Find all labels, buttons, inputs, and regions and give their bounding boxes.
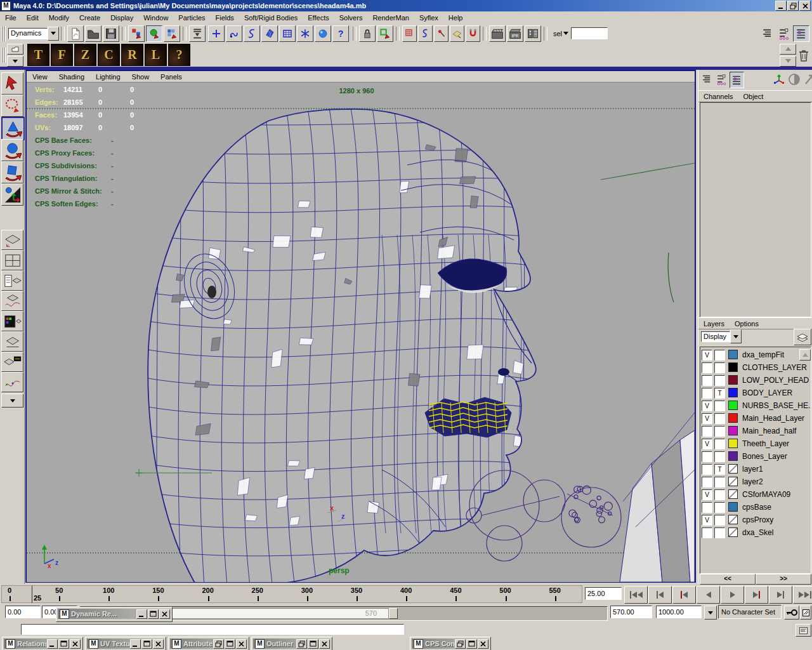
viewport-canvas[interactable]: xzxz Verts:1421100Edges:2816500Faces:139… xyxy=(27,83,695,582)
close-button[interactable] xyxy=(319,639,330,649)
close-button[interactable] xyxy=(799,1,811,11)
panel-menu-show[interactable]: Show xyxy=(126,72,155,81)
layer-visibility-toggle[interactable]: V xyxy=(702,350,712,361)
layer-template-toggle[interactable] xyxy=(714,502,725,513)
rotate-tool-button[interactable] xyxy=(1,139,23,161)
move-tool[interactable] xyxy=(4,119,22,138)
scale-tool-button[interactable] xyxy=(1,161,23,183)
ipr-render-icon[interactable]: IPR xyxy=(509,27,521,40)
layer-visibility-toggle[interactable]: V xyxy=(702,439,712,449)
layer-bar-scroll-forward[interactable]: >> xyxy=(756,574,811,585)
panel-menu-panels[interactable]: Panels xyxy=(155,72,188,81)
select-tool-button[interactable] xyxy=(1,72,23,95)
snap-curve-icon[interactable] xyxy=(420,28,431,39)
minimized-window-attribute-edi[interactable]: MAttribute Edi... xyxy=(168,637,249,650)
parm-points-mask-icon[interactable] xyxy=(228,28,240,39)
minimized-window-relationshi[interactable]: MRelationshi... xyxy=(2,637,83,650)
layer-template-toggle[interactable] xyxy=(714,477,725,488)
layer-row-body-layer[interactable]: TBODY_LAYER xyxy=(700,387,811,399)
minimized-window-cps-control[interactable]: MCPS Control xyxy=(410,637,491,650)
shelf-grip[interactable] xyxy=(1,48,6,63)
layer-template-toggle[interactable] xyxy=(714,362,725,373)
current-frame-indicator[interactable] xyxy=(32,586,32,603)
show-manipulator-tool-button[interactable] xyxy=(1,183,23,206)
hypershade-persp-layout-button[interactable] xyxy=(1,311,23,331)
restore-button[interactable] xyxy=(213,639,224,649)
maximize-button[interactable] xyxy=(225,639,235,649)
layer-row-cpsbase[interactable]: cpsBase xyxy=(700,501,811,514)
misc-mask-icon[interactable]: ? xyxy=(335,28,346,39)
select-objects-button[interactable] xyxy=(146,25,162,42)
minimize-button[interactable] xyxy=(775,1,787,11)
layer-visibility-toggle[interactable] xyxy=(702,362,712,373)
window-titlebar[interactable]: MAttribute Edi... xyxy=(170,639,247,649)
points-mask-button[interactable] xyxy=(208,25,225,42)
channel-box-menu-channels[interactable]: Channels xyxy=(698,91,738,102)
layer-color-swatch[interactable] xyxy=(728,401,738,410)
layer-row-main-head-layer[interactable]: VMain_Head_Layer xyxy=(700,412,811,425)
go-to-range-end-button[interactable] xyxy=(793,586,812,604)
window-titlebar[interactable]: MUV Texture ... xyxy=(87,639,164,649)
save-scene-button[interactable] xyxy=(103,25,119,42)
snap-point-icon[interactable] xyxy=(436,28,447,39)
rendering-mask-icon[interactable] xyxy=(317,28,329,39)
menu-effects[interactable]: Effects xyxy=(303,13,334,23)
shelf-tab-r[interactable]: R xyxy=(121,44,143,66)
show-manipulator-tool[interactable] xyxy=(3,185,22,204)
rendering-mask-button[interactable] xyxy=(315,25,331,42)
graph-layout-button[interactable] xyxy=(1,372,23,392)
menu-particles[interactable]: Particles xyxy=(173,13,210,23)
points-mask-icon[interactable] xyxy=(211,28,222,39)
highlight-selection-icon[interactable] xyxy=(379,27,391,40)
maximize-button[interactable] xyxy=(466,639,477,649)
menu-modify[interactable]: Modify xyxy=(44,13,74,23)
attribute-editor-toggle-icon[interactable] xyxy=(761,27,774,40)
single-pane-layout-button[interactable] xyxy=(1,230,23,250)
outliner-persp-layout-button[interactable] xyxy=(1,270,23,291)
animation-start-field[interactable] xyxy=(5,606,41,618)
show-channel-box-button[interactable] xyxy=(730,72,744,88)
layer-template-toggle[interactable] xyxy=(714,426,725,437)
channel-box-menu-object[interactable]: Object xyxy=(738,91,768,102)
lasso-tool[interactable] xyxy=(3,96,22,115)
layer-editor-menu-layers[interactable]: Layers xyxy=(698,319,730,329)
layer-editor-menu-options[interactable]: Options xyxy=(730,319,764,329)
quick-select-input[interactable] xyxy=(571,27,608,39)
layer-list[interactable]: Vdxa_tempFitCLOTHES_LAYERLOW_POLY_HEADTB… xyxy=(700,347,811,574)
ipr-render-button[interactable]: IPR xyxy=(507,25,523,42)
layer-color-swatch[interactable] xyxy=(728,388,738,397)
snap-curve-button[interactable] xyxy=(418,25,433,42)
snap-grid-button[interactable] xyxy=(402,25,417,42)
combined-mask-button[interactable] xyxy=(189,25,206,42)
character-set-dropdown-button[interactable] xyxy=(704,606,717,620)
lock-selection-button[interactable] xyxy=(359,25,376,42)
layer-template-toggle[interactable] xyxy=(714,451,725,462)
menu-syflex[interactable]: Syflex xyxy=(414,13,443,23)
auto-key-toggle-button[interactable] xyxy=(800,606,811,620)
window-titlebar[interactable]: MOutliner xyxy=(253,639,331,649)
lock-selection-icon[interactable] xyxy=(361,27,374,40)
render-current-icon[interactable] xyxy=(491,27,504,40)
layer-row-cpsproxy[interactable]: VcpsProxy xyxy=(700,514,811,526)
panel-menu-shading[interactable]: Shading xyxy=(53,72,90,81)
toolbar-grip[interactable] xyxy=(1,26,6,41)
layer-color-swatch[interactable] xyxy=(728,464,738,474)
delete-shelf-item-button[interactable] xyxy=(798,48,809,63)
close-button[interactable] xyxy=(159,609,170,619)
hypergraph-persp-layout-button[interactable] xyxy=(1,352,23,372)
rotate-tool[interactable] xyxy=(3,141,22,159)
menu-set-selector[interactable]: Dynamics xyxy=(8,27,59,41)
minimize-button[interactable] xyxy=(130,639,141,649)
shelf-tab-t[interactable]: T xyxy=(27,44,49,66)
layer-row-bones-layer[interactable]: Bones_Layer xyxy=(700,450,811,463)
layer-display-dropdown-button[interactable] xyxy=(730,329,742,343)
minimize-button[interactable] xyxy=(136,609,147,619)
dynamics-mask-button[interactable] xyxy=(297,25,313,42)
wireframe-head-model[interactable]: xzxz xyxy=(27,83,695,582)
tool-settings-toggle-icon[interactable] xyxy=(778,27,790,40)
layer-template-toggle[interactable]: T xyxy=(714,388,725,399)
snap-constraint-button[interactable] xyxy=(466,25,480,42)
channel-box-toggle-button[interactable] xyxy=(793,25,809,42)
window-titlebar[interactable]: MCPS Control xyxy=(412,639,489,649)
step-forward-key-button[interactable] xyxy=(745,586,768,604)
